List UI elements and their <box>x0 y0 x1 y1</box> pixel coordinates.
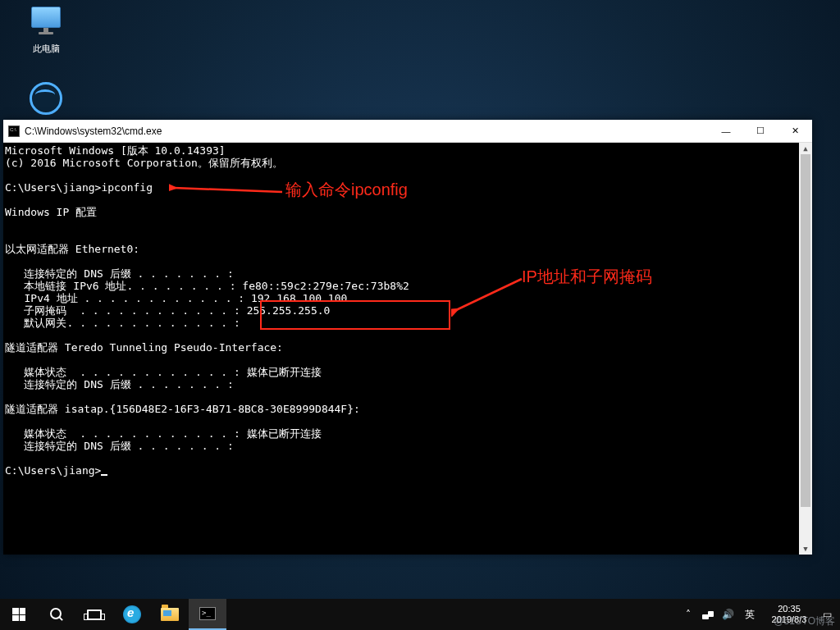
desktop-icon-this-pc[interactable]: 此电脑 <box>16 7 75 55</box>
cmd-output[interactable]: Microsoft Windows [版本 10.0.14393] (c) 20… <box>3 143 812 555</box>
task-view-icon <box>87 609 102 620</box>
cmd-line: 连接特定的 DNS 后缀 . . . . . . . : <box>5 267 234 280</box>
scrollbar[interactable]: ▲ ▼ <box>799 143 812 555</box>
file-explorer-icon <box>161 608 179 621</box>
notification-icon: ▭ <box>823 609 832 620</box>
taskbar-ie[interactable] <box>113 599 151 630</box>
cmd-line: Microsoft Windows [版本 10.0.14393] <box>5 144 226 157</box>
desktop-icon-edge[interactable] <box>16 82 75 118</box>
cmd-line: IPv4 地址 . . . . . . . . . . . . : <box>5 292 251 304</box>
cmd-line: 子网掩码 . . . . . . . . . . . . : <box>5 304 247 317</box>
cmd-icon <box>199 607 216 620</box>
scroll-thumb[interactable] <box>801 154 810 507</box>
edge-icon <box>30 82 62 115</box>
search-button[interactable] <box>38 599 75 630</box>
annotation-ip-box <box>260 300 450 330</box>
clock-time: 20:35 <box>763 604 815 614</box>
cmd-line: 默认网关. . . . . . . . . . . . . : <box>5 317 240 329</box>
taskbar-explorer[interactable] <box>151 599 189 630</box>
cmd-prompt: C:\Users\jiang> <box>5 181 101 194</box>
cmd-line: 以太网适配器 Ethernet0: <box>5 243 139 255</box>
tray-clock[interactable]: 20:35 2019/8/3 <box>763 604 815 625</box>
this-pc-icon <box>30 7 62 39</box>
clock-date: 2019/8/3 <box>763 614 815 625</box>
tray-ime[interactable]: 英 <box>738 599 761 630</box>
start-button[interactable] <box>0 599 38 630</box>
task-view-button[interactable] <box>75 599 113 630</box>
cmd-line: 媒体状态 . . . . . . . . . . . . : 媒体已断开连接 <box>5 427 322 440</box>
cmd-line: 连接特定的 DNS 后缀 . . . . . . . : <box>5 378 234 390</box>
network-icon <box>702 609 714 619</box>
scroll-down-button[interactable]: ▼ <box>799 543 812 555</box>
cmd-line: Windows IP 配置 <box>5 206 97 218</box>
taskbar-cmd[interactable] <box>189 599 226 630</box>
annotation-command-label: 输入命令ipconfig <box>285 179 408 201</box>
windows-icon <box>12 608 25 621</box>
this-pc-label: 此电脑 <box>16 43 75 55</box>
cmd-line: 媒体状态 . . . . . . . . . . . . : 媒体已断开连接 <box>5 366 322 378</box>
cursor-icon <box>101 474 107 476</box>
system-tray: ˄ 英 20:35 2019/8/3 ▭ <box>679 599 840 630</box>
search-icon <box>50 608 63 621</box>
taskbar: ˄ 英 20:35 2019/8/3 ▭ <box>0 599 840 630</box>
cmd-typed-command: ipconfig <box>101 181 153 194</box>
cmd-line: (c) 2016 Microsoft Corporation。保留所有权利。 <box>5 157 283 169</box>
tray-sound[interactable] <box>719 599 737 630</box>
cmd-line: 隧道适配器 Teredo Tunneling Pseudo-Interface: <box>5 341 283 354</box>
cmd-line: 本地链接 IPv6 地址. . . . . . . . : fe80::59c2… <box>5 280 409 292</box>
minimize-button[interactable]: — <box>709 120 743 143</box>
window-title: C:\Windows\system32\cmd.exe <box>25 126 709 137</box>
chevron-up-icon: ˄ <box>686 609 691 620</box>
tray-network[interactable] <box>699 599 717 630</box>
cmd-icon <box>8 126 20 137</box>
cmd-prompt: C:\Users\jiang> <box>5 464 101 477</box>
ie-icon <box>123 605 141 623</box>
annotation-ip-label: IP地址和子网掩码 <box>522 266 652 288</box>
scroll-up-button[interactable]: ▲ <box>799 143 812 154</box>
cmd-window: C:\Windows\system32\cmd.exe — ☐ ✕ Micros… <box>3 120 812 555</box>
cmd-line: 连接特定的 DNS 后缀 . . . . . . . : <box>5 440 234 452</box>
cmd-line: 隧道适配器 isatap.{156D48E2-16F3-4B71-8BC8-30… <box>5 403 360 415</box>
tray-chevron[interactable]: ˄ <box>679 599 697 630</box>
close-button[interactable]: ✕ <box>778 120 812 143</box>
action-center-button[interactable]: ▭ <box>817 599 837 630</box>
maximize-button[interactable]: ☐ <box>743 120 778 143</box>
titlebar[interactable]: C:\Windows\system32\cmd.exe — ☐ ✕ <box>3 120 812 143</box>
